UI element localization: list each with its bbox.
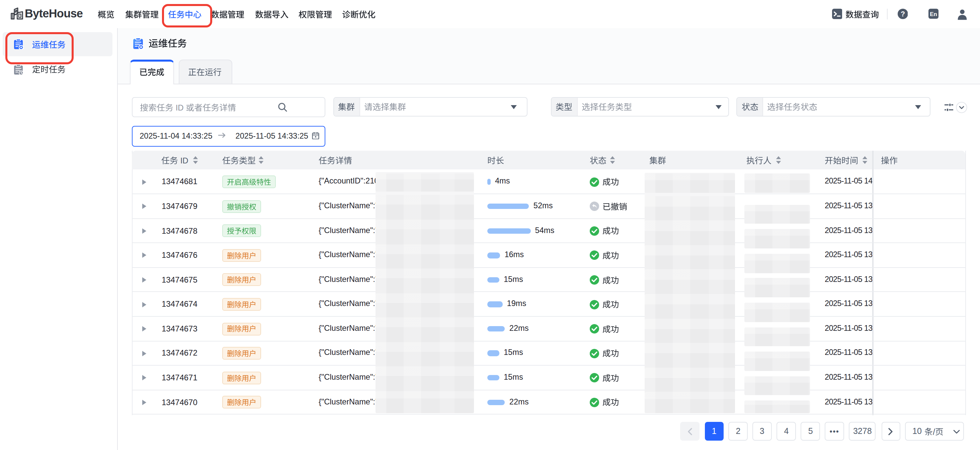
svg-text:?: ? [900, 10, 905, 18]
svg-text:ID: ID [180, 156, 188, 165]
svg-text:ID: ID [176, 103, 184, 112]
svg-text:En: En [930, 11, 937, 18]
svg-text:/: / [932, 427, 935, 437]
